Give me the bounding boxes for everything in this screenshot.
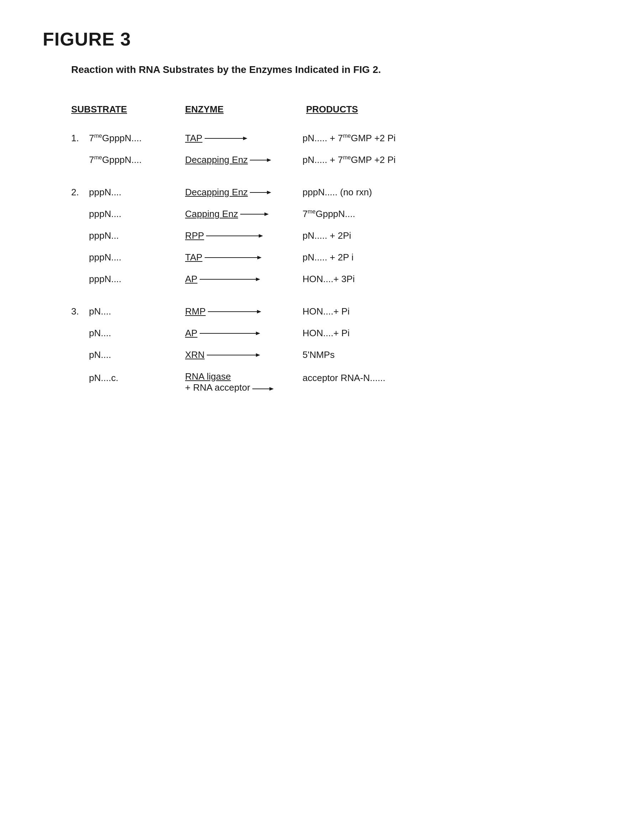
reaction-row: pppN.... AP HON....+ 3Pi	[71, 274, 598, 284]
substrate-cell: pN....	[89, 349, 185, 360]
subtitle: Reaction with RNA Substrates by the Enzy…	[71, 64, 598, 75]
products-cell: pN..... + 7meGMP +2 Pi	[303, 154, 396, 165]
arrow-container: RMP	[185, 306, 299, 317]
reaction-number: 2.	[71, 187, 89, 198]
enzyme-label: Decapping Enz	[185, 154, 248, 165]
enzyme-label: AP	[185, 274, 198, 284]
arrow-container: RPP	[185, 230, 299, 241]
reaction-group-1: 1. 7meGpppN.... TAP pN..... + 7meGMP +2 …	[71, 133, 598, 165]
arrow-line	[205, 135, 247, 142]
products-cell: HON....+ Pi	[303, 328, 349, 339]
svg-marker-7	[264, 212, 269, 216]
arrow-line	[200, 330, 260, 337]
enzyme-label: RMP	[185, 306, 206, 317]
svg-marker-1	[243, 137, 247, 140]
svg-marker-5	[267, 191, 271, 194]
figure-title: FIGURE 3	[43, 29, 598, 50]
reaction-row: pppN... RPP pN..... + 2Pi	[71, 230, 598, 241]
products-cell: pN..... + 7meGMP +2 Pi	[303, 133, 396, 144]
svg-marker-21	[269, 387, 274, 391]
arrow-container: AP	[185, 274, 299, 284]
enzyme-label: TAP	[185, 252, 203, 263]
enzyme-label: RPP	[185, 230, 204, 241]
reaction-number: 1.	[71, 133, 89, 144]
reaction-row: 2. pppN.... Decapping Enz pppN..... (no …	[71, 187, 598, 198]
substrate-cell: pN....	[89, 328, 185, 339]
enzyme-label-line1: RNA ligase	[185, 371, 231, 382]
reaction-row: pN.... AP HON....+ Pi	[71, 328, 598, 339]
enzyme-label: AP	[185, 328, 198, 339]
arrow-line	[200, 276, 260, 283]
arrow-line	[250, 157, 271, 164]
reaction-number	[71, 371, 89, 373]
arrow-container: TAP	[185, 133, 299, 144]
arrow-line	[240, 210, 269, 218]
arrow-container: AP	[185, 328, 299, 339]
arrow-container: XRN	[185, 349, 299, 360]
products-cell: HON....+ 3Pi	[303, 274, 355, 284]
reaction-row: 1. 7meGpppN.... TAP pN..... + 7meGMP +2 …	[71, 133, 598, 144]
arrow-container: Decapping Enz	[185, 154, 299, 165]
products-cell: pppN..... (no rxn)	[303, 187, 372, 198]
substrate-cell: pppN....	[89, 209, 185, 220]
reaction-number: 3.	[71, 306, 89, 317]
svg-marker-3	[267, 158, 271, 162]
products-cell: 5'NMPs	[303, 349, 335, 360]
arrow-line	[205, 254, 262, 261]
arrow-line	[208, 308, 261, 315]
arrow-container: Capping Enz	[185, 209, 299, 220]
reaction-group-3: 3. pN.... RMP HON....+ Pi pN....	[71, 306, 598, 393]
substrate-cell: 7meGpppN....	[89, 154, 185, 165]
arrow-line	[250, 189, 271, 196]
header-products: PRODUCTS	[306, 104, 358, 115]
products-cell: acceptor RNA-N......	[303, 371, 385, 384]
svg-marker-13	[256, 278, 260, 281]
arrow-container: RNA ligase + RNA acceptor	[185, 371, 299, 393]
products-cell: pN..... + 2Pi	[303, 230, 351, 241]
arrow-line	[252, 385, 274, 392]
substrate-cell: pppN....	[89, 252, 185, 263]
reaction-row: 3. pN.... RMP HON....+ Pi	[71, 306, 598, 317]
products-cell: pN..... + 2P i	[303, 252, 353, 263]
svg-marker-19	[256, 353, 260, 357]
header-substrate: SUBSTRATE	[71, 104, 185, 115]
header-enzyme: ENZYME	[185, 104, 306, 115]
arrow-container: Decapping Enz	[185, 187, 299, 198]
reaction-row: 7meGpppN.... Decapping Enz pN..... + 7me…	[71, 154, 598, 165]
enzyme-label-line2: + RNA acceptor	[185, 382, 250, 393]
arrow-line	[206, 232, 263, 239]
reaction-row: pppN.... Capping Enz 7meGpppN....	[71, 209, 598, 220]
svg-marker-17	[256, 332, 260, 335]
arrow-container: TAP	[185, 252, 299, 263]
products-cell: 7meGpppN....	[303, 209, 355, 220]
reaction-row: pN.... XRN 5'NMPs	[71, 349, 598, 360]
reaction-row-multiline: pN....c. RNA ligase + RNA acceptor acc	[71, 371, 598, 393]
enzyme-label: Decapping Enz	[185, 187, 248, 198]
reaction-group-2: 2. pppN.... Decapping Enz pppN..... (no …	[71, 187, 598, 284]
svg-marker-15	[257, 310, 261, 313]
svg-marker-9	[259, 234, 263, 238]
substrate-cell: pppN....	[89, 187, 185, 198]
enzyme-label: XRN	[185, 349, 205, 360]
enzyme-label: TAP	[185, 133, 203, 144]
enzyme-label: Capping Enz	[185, 209, 238, 220]
substrate-cell: pN....	[89, 306, 185, 317]
products-cell: HON....+ Pi	[303, 306, 349, 317]
arrow-line	[207, 352, 260, 359]
svg-marker-11	[257, 256, 262, 259]
substrate-cell: pN....c.	[89, 371, 185, 384]
reaction-row: pppN.... TAP pN..... + 2P i	[71, 252, 598, 263]
substrate-cell: 7meGpppN....	[89, 133, 185, 144]
substrate-cell: pppN....	[89, 274, 185, 284]
substrate-cell: pppN...	[89, 230, 185, 241]
